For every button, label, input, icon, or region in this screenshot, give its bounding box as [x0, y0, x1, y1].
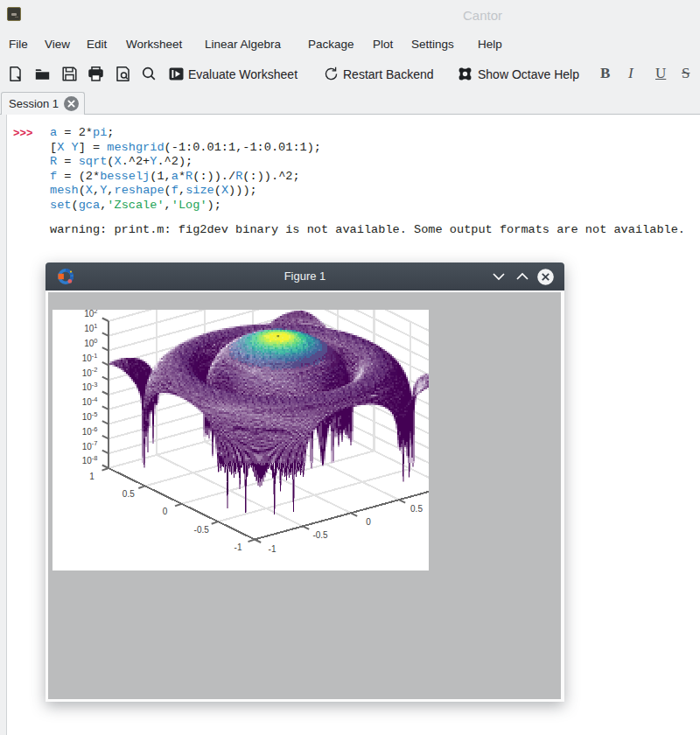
- svg-text:10-3: 10-3: [82, 381, 98, 392]
- svg-text:-0.5: -0.5: [312, 530, 328, 540]
- svg-text:10-1: 10-1: [82, 352, 98, 363]
- svg-text:10-4: 10-4: [82, 396, 98, 407]
- svg-text:0.5: 0.5: [410, 504, 423, 514]
- svg-text:0.5: 0.5: [122, 489, 135, 499]
- svg-text:10-5: 10-5: [82, 410, 98, 422]
- svg-text:0: 0: [366, 517, 371, 527]
- svg-text:101: 101: [84, 322, 97, 333]
- svg-text:-1: -1: [269, 544, 276, 554]
- svg-text:10-6: 10-6: [82, 425, 98, 437]
- svg-text:10-7: 10-7: [82, 439, 98, 451]
- svg-text:10-2: 10-2: [82, 366, 98, 377]
- svg-text:10-8: 10-8: [82, 454, 98, 466]
- svg-text:100: 100: [84, 337, 97, 348]
- svg-text:-0.5: -0.5: [194, 525, 210, 535]
- svg-text:102: 102: [84, 310, 97, 318]
- svg-text:-1: -1: [234, 542, 242, 552]
- svg-text:1: 1: [89, 472, 94, 481]
- svg-text:0: 0: [163, 507, 168, 516]
